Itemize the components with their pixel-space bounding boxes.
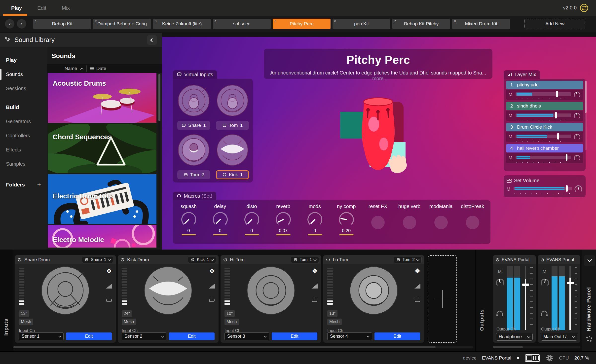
sound-tile-electro-melodic[interactable]: Electro Melodic	[48, 225, 156, 248]
sensor-select[interactable]: Sensor 1	[19, 332, 64, 340]
tab-edit[interactable]: Edit	[37, 5, 46, 11]
sound-tile-acoustic-drums[interactable]: Acoustic Drums	[48, 73, 156, 123]
channel-source-dropdown[interactable]: Kick 1	[188, 256, 216, 263]
macro-trigger-button[interactable]	[371, 216, 385, 229]
mute-button[interactable]: M	[509, 134, 513, 140]
preset-slot-5-active[interactable]: 5Pitchy Perc	[273, 19, 331, 29]
layer-pan-knob[interactable]	[574, 91, 581, 98]
nav-header-play[interactable]: Play	[6, 57, 47, 63]
collapse-library-button[interactable]	[147, 35, 157, 45]
sidebar-item-sounds[interactable]: Sounds	[6, 72, 47, 77]
edit-button[interactable]: Edit	[169, 332, 215, 340]
preset-slot-8[interactable]: 8Mixed Drum Kit	[452, 19, 510, 29]
mute-button[interactable]: M	[543, 269, 546, 274]
drum-pad-snare[interactable]	[40, 266, 90, 315]
layer-fader-track[interactable]	[516, 155, 571, 161]
preset-slot-7[interactable]: 7Bebop Kit Pitchy	[392, 19, 450, 29]
drum-pad-kick[interactable]	[143, 266, 193, 315]
power-icon[interactable]	[495, 258, 500, 262]
macro-knob[interactable]	[244, 211, 260, 228]
sound-assign-icon[interactable]: ❖	[312, 267, 318, 275]
hardware-panel-toggle-button[interactable]	[584, 255, 595, 266]
virtual-pad-snare[interactable]	[177, 84, 210, 117]
sensor-select[interactable]: Sensor 2	[122, 332, 166, 340]
inputs-scrollbar[interactable]	[13, 346, 473, 348]
drum-hoop-icon[interactable]	[311, 297, 318, 302]
output-pan-knob[interactable]	[540, 278, 550, 288]
power-icon[interactable]	[223, 257, 227, 262]
output-fader-handle[interactable]	[522, 284, 529, 286]
power-icon[interactable]	[17, 257, 22, 262]
virtual-input-snare-1[interactable]: Snare 1	[177, 121, 210, 130]
virtual-pad-kick[interactable]	[216, 134, 249, 166]
drum-hoop-icon[interactable]	[106, 297, 112, 302]
headphones-icon[interactable]	[496, 310, 503, 317]
virtual-pad-tom-2[interactable]	[177, 134, 210, 166]
macro-knob[interactable]	[181, 211, 197, 228]
layer-name-bar[interactable]: 1 pitchy udu	[506, 81, 583, 89]
drum-pad-tom-2[interactable]	[349, 266, 399, 315]
layer-fader-handle[interactable]	[555, 112, 557, 118]
power-icon[interactable]	[326, 257, 330, 262]
macro-knob[interactable]	[307, 211, 323, 228]
layer-name-bar[interactable]: 4 hall reverb chamber	[506, 144, 583, 152]
macro-trigger-button[interactable]	[403, 216, 416, 229]
settings-gear-icon[interactable]	[546, 354, 554, 362]
preset-slot-1[interactable]: 1Bebop Kit	[33, 19, 91, 29]
channel-source-dropdown[interactable]: Tom 1	[291, 256, 319, 263]
set-volume-fader[interactable]	[566, 185, 568, 192]
sound-assign-icon[interactable]: ❖	[106, 267, 112, 275]
virtual-pad-tom-1[interactable]	[216, 84, 249, 117]
sound-tile-chord-sequences[interactable]: Chord Sequences	[48, 124, 156, 173]
sort-ascending-icon[interactable]	[80, 68, 83, 71]
output-fader-handle[interactable]	[567, 282, 574, 284]
nav-header-build[interactable]: Build	[6, 104, 47, 110]
layer-pan-knob[interactable]	[574, 134, 581, 141]
sidebar-item-samples[interactable]: Samples	[6, 161, 47, 167]
set-volume-mute[interactable]: M	[507, 187, 511, 192]
sounds-scrollbar[interactable]	[158, 74, 160, 248]
set-volume-knob[interactable]	[574, 185, 583, 193]
outputs-scrollbar[interactable]	[493, 346, 580, 348]
gain-icon[interactable]	[209, 284, 215, 289]
sidebar-item-effects[interactable]: Effects	[6, 147, 47, 153]
tab-mix[interactable]: Mix	[62, 5, 70, 11]
tab-play[interactable]: Play	[11, 5, 22, 11]
mute-button[interactable]: M	[509, 155, 513, 161]
drum-hoop-icon[interactable]	[414, 297, 421, 302]
preset-slot-4[interactable]: 4sol seco	[213, 19, 271, 29]
nav-header-folders[interactable]: Folders	[6, 182, 25, 188]
channel-source-dropdown[interactable]: Snare 1	[82, 256, 113, 263]
layer-fader-handle[interactable]	[557, 133, 559, 140]
layer-name-bar[interactable]: 2 sindh dhols	[506, 102, 583, 110]
device-panel-icon[interactable]	[525, 354, 540, 363]
sound-assign-icon[interactable]: ❖	[209, 267, 215, 275]
edit-button[interactable]: Edit	[374, 332, 420, 340]
gain-icon[interactable]	[312, 284, 318, 289]
power-icon[interactable]	[120, 257, 125, 262]
mute-button[interactable]: M	[509, 92, 513, 97]
layer-fader-handle[interactable]	[566, 154, 567, 161]
virtual-input-tom-2[interactable]: Tom 2	[177, 170, 210, 179]
layer-fader-track[interactable]	[516, 113, 571, 119]
gain-icon[interactable]	[414, 284, 420, 289]
preset-slot-2[interactable]: 2Damped Bebop + Cong	[93, 19, 151, 29]
layer-pan-knob[interactable]	[574, 112, 581, 119]
sound-assign-icon[interactable]: ❖	[414, 267, 420, 275]
add-folder-button[interactable]: +	[37, 181, 41, 188]
macro-trigger-button[interactable]	[466, 216, 479, 229]
routing-icon[interactable]	[579, 3, 589, 14]
macro-trigger-button[interactable]	[434, 216, 448, 229]
headphones-icon[interactable]	[541, 310, 548, 317]
mute-button[interactable]: M	[509, 113, 513, 118]
macro-knob[interactable]	[338, 211, 355, 228]
preset-slot-6[interactable]: 6percKit	[333, 19, 390, 29]
channel-source-dropdown[interactable]: Tom 2	[394, 256, 422, 263]
virtual-input-tom-1[interactable]: Tom 1	[216, 121, 249, 130]
power-icon[interactable]	[540, 258, 544, 262]
sort-by-name[interactable]: Name	[65, 66, 77, 71]
add-channel-slot[interactable]	[428, 255, 457, 343]
preset-prev-button[interactable]: ‹	[5, 19, 14, 29]
virtual-input-kick-1-selected[interactable]: Kick 1	[216, 170, 249, 179]
output-channel-select[interactable]: Headphone...	[496, 333, 533, 341]
